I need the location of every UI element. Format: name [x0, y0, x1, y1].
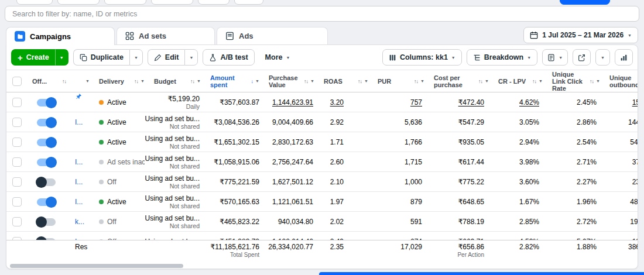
campaign-name-link[interactable]: I... — [75, 198, 83, 206]
tab-ad-sets[interactable]: Ad sets — [117, 27, 215, 44]
campaign-toggle[interactable] — [37, 218, 56, 226]
edit-menu-button[interactable]: ▼ — [184, 49, 198, 66]
row-checkbox[interactable] — [12, 118, 22, 127]
name-cell: I... — [71, 152, 94, 172]
campaign-name-link[interactable]: I — [75, 238, 77, 240]
column-header-ulcr[interactable]: Unique Link Click Rate↑↓▼ — [547, 70, 605, 92]
charts-button[interactable] — [615, 49, 633, 66]
cost-per-purchase-cell: ₹472.40 — [429, 92, 494, 112]
duplicate-menu-button[interactable]: ▼ — [129, 49, 143, 66]
edit-button[interactable]: Edit — [148, 49, 185, 66]
tab-campaigns[interactable]: Campaigns — [6, 27, 115, 45]
top-primary-button[interactable] — [560, 0, 610, 5]
edit-label: Edit — [165, 53, 179, 61]
campaign-toggle[interactable] — [37, 178, 56, 186]
campaign-toggle[interactable] — [37, 238, 56, 240]
column-menu-caret[interactable]: ▼ — [141, 79, 145, 83]
campaign-name-link[interactable]: I... — [75, 178, 83, 186]
column-header-off[interactable]: Off...↑↓ — [28, 70, 71, 92]
sort-icon[interactable]: ↑↓ — [532, 78, 536, 84]
campaign-toggle[interactable] — [37, 119, 56, 126]
reports-button[interactable]: ▼ — [542, 49, 568, 66]
column-header-spent[interactable]: Amount spent↓▼ — [205, 70, 264, 92]
row-checkbox[interactable] — [12, 138, 22, 147]
column-menu-caret[interactable]: ▼ — [255, 79, 259, 83]
create-menu-button[interactable]: ▼ — [55, 49, 68, 66]
sort-icon[interactable]: ↑↓ — [358, 78, 362, 84]
top-toolbar-button[interactable] — [234, 0, 263, 5]
row-checkbox[interactable] — [12, 197, 22, 207]
sort-icon[interactable]: ↓ — [251, 78, 254, 84]
column-menu-caret[interactable]: ▼ — [310, 79, 314, 83]
campaign-name-link[interactable]: I... — [75, 118, 83, 126]
search-input[interactable] — [12, 10, 632, 18]
horizontal-scrollbar-thumb[interactable] — [10, 264, 183, 268]
tab-ads[interactable]: Ads — [217, 27, 328, 44]
chevron-down-icon: ▼ — [451, 56, 455, 60]
column-header-roas[interactable]: ROAS↑↓▼ — [319, 70, 373, 92]
columns-button[interactable]: Columns: kk1 ▼ — [382, 49, 462, 66]
top-toolbar-button[interactable] — [151, 0, 193, 5]
amount-spent-cell: ₹570,165.63 — [205, 192, 264, 212]
ab-test-button[interactable]: A/B test — [203, 49, 254, 66]
date-range-button[interactable]: 1 Jul 2025 – 21 Mar 2026 ▼ — [523, 27, 638, 43]
summary-unique-link-click-rate: 1.88% — [547, 243, 605, 251]
duplicate-button[interactable]: Duplicate — [73, 49, 129, 66]
sort-icon[interactable]: ↑↓ — [304, 78, 308, 84]
column-menu-caret[interactable]: ▼ — [85, 79, 90, 83]
row-checkbox[interactable] — [12, 217, 22, 226]
budget-sub-label: Daily — [186, 103, 200, 110]
row-checkbox[interactable] — [12, 177, 22, 187]
sort-icon[interactable]: ↑↓ — [190, 78, 194, 84]
campaign-toggle[interactable] — [37, 198, 56, 206]
column-menu-caret[interactable]: ▼ — [197, 79, 201, 83]
sort-icon[interactable]: ↑↓ — [414, 78, 418, 84]
bottom-panel-edge — [319, 272, 644, 275]
toggle-knob — [36, 236, 47, 240]
column-header-pur[interactable]: PUR↑↓▼ — [373, 70, 429, 92]
column-header-name[interactable]: ▼ — [71, 70, 94, 92]
row-checkbox[interactable] — [12, 237, 22, 240]
unique-link-click-rate-cell: 1.96% — [547, 192, 605, 212]
budget-sub-label: Not shared — [170, 183, 200, 190]
column-header-budget[interactable]: Budget↑↓▼ — [149, 70, 205, 92]
column-header-delivery[interactable]: Delivery↑↓▼ — [94, 70, 149, 92]
sort-icon[interactable]: ↑↓ — [590, 78, 594, 84]
top-toolbar-button[interactable] — [198, 0, 229, 5]
more-actions-caret-button[interactable]: ▼ — [595, 49, 610, 66]
campaign-toggle[interactable] — [37, 99, 56, 106]
column-menu-caret[interactable]: ▼ — [539, 79, 543, 83]
create-label: Create — [26, 53, 49, 61]
campaign-name-link[interactable]: k... — [75, 218, 84, 226]
column-menu-caret[interactable]: ▼ — [596, 79, 600, 83]
column-header-cpp[interactable]: Cost per purchase↑↓▼ — [429, 70, 494, 92]
row-checkbox[interactable] — [12, 98, 22, 107]
column-header-uo[interactable]: Unique outbound...↑↓ — [605, 70, 638, 92]
sort-icon[interactable]: ↑↓ — [134, 78, 138, 84]
create-button[interactable]: + Create — [11, 49, 55, 66]
select-all-checkbox[interactable] — [12, 77, 22, 86]
column-menu-caret[interactable]: ▼ — [420, 79, 424, 83]
column-menu-caret[interactable]: ▼ — [364, 79, 368, 83]
top-toolbar-button[interactable] — [57, 0, 100, 5]
top-toolbar-button[interactable] — [16, 0, 53, 5]
column-header-pv[interactable]: Purchase Value↑↓▼ — [264, 70, 319, 92]
campaign-toggle[interactable] — [37, 139, 56, 146]
table-row: Active ₹5,199.20 Daily ₹357,603.87 1,144… — [6, 92, 638, 112]
more-button[interactable]: More ▼ — [259, 49, 296, 66]
sort-icon[interactable]: ↑↓ — [62, 78, 66, 84]
breakdown-button[interactable]: Breakdown ▼ — [467, 49, 537, 66]
campaign-name-link[interactable]: I... — [75, 158, 83, 166]
name-cell — [71, 92, 94, 112]
delivery-cell: Active — [94, 132, 149, 152]
amount-spent-cell: ₹357,603.87 — [205, 92, 264, 112]
roas-cell: 1.97 — [319, 192, 373, 212]
top-toolbar-button[interactable] — [104, 0, 146, 5]
campaign-toggle[interactable] — [37, 159, 56, 166]
export-button[interactable] — [573, 49, 591, 66]
row-checkbox[interactable] — [12, 157, 22, 167]
column-menu-caret[interactable]: ▼ — [485, 79, 489, 83]
column-header-cr[interactable]: CR - LPV↑↓▼ — [494, 70, 547, 92]
sort-icon[interactable]: ↑↓ — [478, 78, 482, 84]
purchase-value-cell: 940,034.80 — [264, 212, 319, 232]
